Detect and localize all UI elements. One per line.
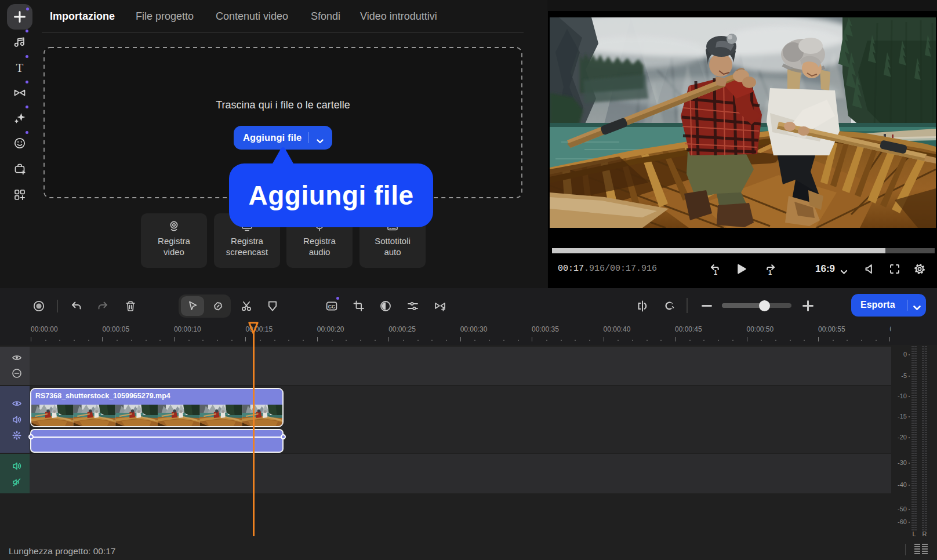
- svg-text:1: 1: [768, 269, 772, 275]
- svg-text:1: 1: [714, 269, 717, 275]
- svg-text:T: T: [16, 61, 24, 74]
- svg-text:CC: CC: [328, 304, 335, 310]
